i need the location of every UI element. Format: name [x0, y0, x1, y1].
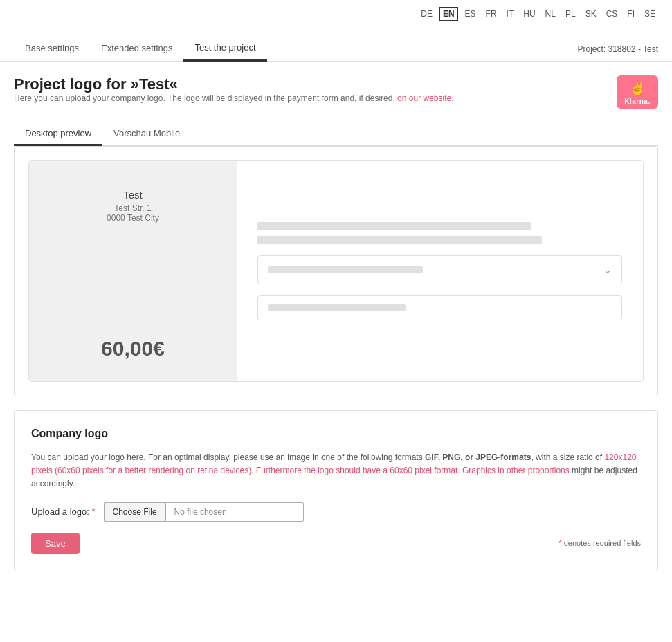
subtitle-text: Here you can upload your company logo. T… — [14, 93, 397, 103]
klarna-logo: ✌ Klarna. — [617, 75, 658, 109]
tab-mobile-preview[interactable]: Vorschau Mobile — [102, 122, 191, 146]
required-note-text: denotes required fields — [564, 539, 641, 547]
klarna-hand-icon: ✌ — [629, 80, 646, 96]
lang-cs[interactable]: CS — [603, 8, 621, 20]
mock-bar-2 — [257, 236, 542, 244]
mock-dropdown: ⌄ — [257, 255, 622, 284]
preview-merchant: Test Test Str. 1 0000 Test City — [107, 189, 159, 223]
preview-amount: 60,00€ — [101, 337, 165, 360]
company-logo-section: Company logo You can upload your logo he… — [14, 410, 658, 571]
mock-bars-group — [257, 222, 622, 244]
lang-fi[interactable]: FI — [624, 8, 637, 20]
chevron-down-icon: ⌄ — [603, 264, 612, 275]
upload-label: Upload a logo: * — [31, 506, 96, 517]
merchant-name: Test — [107, 189, 159, 201]
tab-test-project[interactable]: Test the project — [183, 35, 266, 62]
preview-tabs: Desktop preview Vorschau Mobile — [14, 122, 658, 146]
tab-base-settings[interactable]: Base settings — [14, 36, 90, 62]
mock-dropdown-bar — [268, 266, 423, 273]
page-header: Project logo for »Test« Here you can upl… — [14, 75, 658, 117]
main-tabs: Base settings Extended settings Test the… — [0, 35, 672, 62]
lang-en[interactable]: EN — [439, 7, 458, 21]
preview-left: Test Test Str. 1 0000 Test City 60,00€ — [29, 161, 237, 381]
save-row: Save * denotes required fields — [31, 533, 641, 554]
mock-input-bar — [268, 304, 406, 311]
page-title: Project logo for »Test« — [14, 75, 454, 93]
klarna-text: Klarna. — [624, 98, 650, 105]
required-note-asterisk: * — [559, 539, 561, 547]
save-button[interactable]: Save — [31, 533, 80, 554]
lang-nl[interactable]: NL — [543, 8, 559, 20]
upload-info: You can upload your logo here. For an op… — [31, 451, 641, 491]
file-display: No file chosen — [165, 502, 304, 522]
page-title-group: Project logo for »Test« Here you can upl… — [14, 75, 454, 117]
main-content: Project logo for »Test« Here you can upl… — [0, 62, 672, 585]
required-note: * denotes required fields — [559, 539, 641, 547]
tab-desktop-preview[interactable]: Desktop preview — [14, 122, 102, 146]
merchant-addr2: 0000 Test City — [107, 213, 159, 223]
project-label: Project: 318802 - Test — [577, 44, 658, 54]
company-logo-title: Company logo — [31, 428, 641, 440]
lang-es[interactable]: ES — [462, 8, 479, 20]
mock-bar-1 — [257, 222, 531, 230]
lang-fr[interactable]: FR — [483, 8, 500, 20]
merchant-addr1: Test Str. 1 — [107, 203, 159, 213]
lang-pl[interactable]: PL — [563, 8, 579, 20]
file-input-wrapper: Choose File No file chosen — [104, 502, 304, 522]
preview-inner: Test Test Str. 1 0000 Test City 60,00€ ⌄ — [28, 160, 644, 382]
lang-it[interactable]: IT — [504, 8, 517, 20]
lang-se[interactable]: SE — [642, 8, 658, 20]
required-asterisk: * — [91, 506, 95, 517]
upload-row: Upload a logo: * Choose File No file cho… — [31, 502, 641, 522]
preview-box: Test Test Str. 1 0000 Test City 60,00€ ⌄ — [14, 146, 658, 396]
language-bar: DE EN ES FR IT HU NL PL SK CS FI SE — [0, 0, 672, 28]
lang-de[interactable]: DE — [418, 8, 435, 20]
tab-extended-settings[interactable]: Extended settings — [90, 36, 183, 62]
mock-input — [257, 295, 622, 320]
lang-sk[interactable]: SK — [583, 8, 599, 20]
page-subtitle: Here you can upload your company logo. T… — [14, 93, 454, 103]
subtitle-link[interactable]: on our website. — [397, 93, 453, 103]
choose-file-button[interactable]: Choose File — [104, 502, 165, 522]
upload-label-text: Upload a logo: — [31, 506, 89, 517]
lang-hu[interactable]: HU — [520, 8, 538, 20]
preview-right: ⌄ — [237, 161, 643, 381]
